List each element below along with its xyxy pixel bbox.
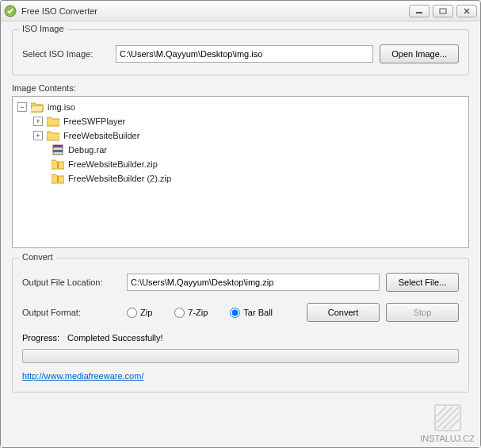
tree-root[interactable]: − img.iso [17, 100, 464, 114]
zip-icon [52, 173, 64, 184]
output-format-label: Output Format: [22, 308, 120, 317]
convert-button[interactable]: Convert [307, 303, 380, 322]
select-iso-label: Select ISO Image: [22, 49, 109, 59]
tree-node-label: img.iso [48, 102, 75, 112]
tree-node-label: FreeWebsiteBuilder.zip [68, 159, 158, 169]
svg-rect-1 [416, 12, 422, 13]
contents-tree[interactable]: − img.iso + FreeSWFPlayer + FreeWebsiteB… [12, 96, 469, 248]
tree-item[interactable]: + FreeWebsiteBuilder [17, 128, 464, 143]
titlebar: Free ISO Converter [1, 1, 480, 21]
folder-icon [47, 130, 59, 141]
iso-image-group: ISO Image Select ISO Image: Open Image..… [12, 29, 469, 75]
close-button[interactable] [456, 5, 477, 17]
format-tarball-radio[interactable]: Tar Ball [230, 308, 273, 318]
rar-icon [52, 144, 64, 155]
output-location-label: Output File Location: [22, 278, 120, 287]
svg-rect-5 [53, 150, 63, 152]
select-file-button[interactable]: Select File... [386, 273, 459, 292]
tree-node-label: FreeWebsiteBuilder [63, 131, 139, 140]
app-icon [4, 5, 17, 17]
image-contents-label: Image Contents: [12, 83, 469, 93]
maximize-button[interactable] [433, 5, 453, 17]
expand-icon[interactable]: + [33, 117, 43, 126]
tree-item[interactable]: + FreeSWFPlayer [17, 114, 464, 128]
convert-group: Convert Output File Location: Select Fil… [12, 258, 469, 392]
svg-rect-2 [440, 9, 446, 13]
svg-rect-7 [57, 176, 59, 182]
open-image-button[interactable]: Open Image... [380, 44, 459, 63]
format-7zip-radio[interactable]: 7-Zip [174, 308, 208, 318]
svg-rect-4 [53, 145, 63, 147]
tree-item[interactable]: FreeWebsiteBuilder.zip [17, 157, 464, 171]
expand-icon[interactable]: + [33, 131, 43, 140]
folder-icon [47, 116, 59, 127]
website-link[interactable]: http://www.mediafreeware.com/ [22, 371, 143, 381]
folder-open-icon [31, 101, 44, 113]
tree-node-label: FreeSWFPlayer [63, 117, 125, 126]
window-controls [409, 5, 477, 17]
progress-label: Progress: [22, 333, 59, 343]
app-window: Free ISO Converter ISO Image Select ISO … [0, 0, 481, 448]
progress-bar [22, 349, 459, 363]
format-zip-radio[interactable]: Zip [127, 308, 152, 318]
collapse-icon[interactable]: − [17, 102, 27, 112]
convert-legend: Convert [19, 252, 56, 262]
iso-image-legend: ISO Image [19, 24, 67, 33]
content-area: ISO Image Select ISO Image: Open Image..… [1, 21, 480, 447]
tree-item[interactable]: FreeWebsiteBuilder (2).zip [17, 171, 464, 186]
zip-icon [52, 159, 64, 170]
iso-path-input[interactable] [116, 45, 373, 63]
minimize-button[interactable] [409, 5, 429, 17]
window-title: Free ISO Converter [21, 6, 409, 16]
tree-node-label: Debug.rar [68, 145, 107, 155]
stop-button[interactable]: Stop [386, 303, 459, 322]
output-path-input[interactable] [127, 274, 380, 291]
tree-item[interactable]: Debug.rar [17, 143, 464, 157]
progress-status: Completed Successfully! [67, 333, 162, 343]
tree-node-label: FreeWebsiteBuilder (2).zip [68, 174, 171, 183]
svg-rect-6 [57, 162, 59, 168]
